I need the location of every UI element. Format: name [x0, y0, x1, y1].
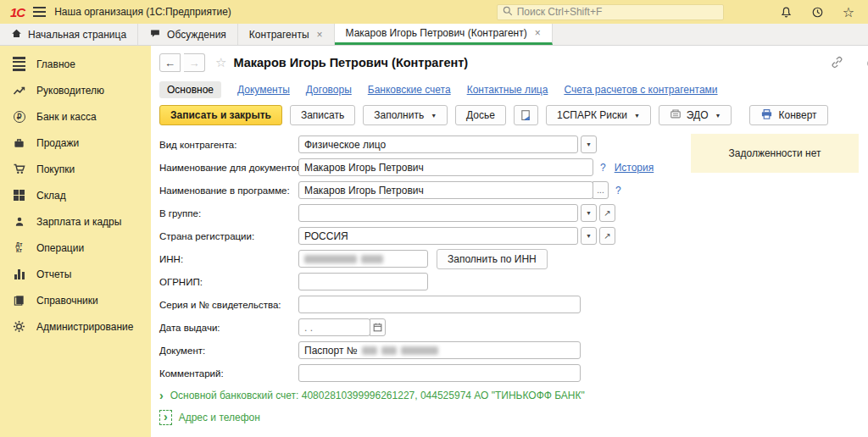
sidebar-item-warehouse[interactable]: Склад: [0, 182, 151, 208]
field-comment: Комментарий:: [159, 362, 868, 384]
section-address-phone[interactable]: › Адрес и телефон: [159, 407, 868, 429]
sidebar-item-label: Администрирование: [36, 321, 133, 333]
favorite-star-icon[interactable]: ☆: [215, 55, 226, 70]
tab-bar: Начальная страница Обсуждения Контрагент…: [0, 24, 868, 46]
issue-date-input[interactable]: . .: [298, 318, 370, 336]
save-button[interactable]: Записать: [290, 105, 355, 125]
close-icon[interactable]: ×: [317, 29, 323, 41]
spark-risks-button[interactable]: 1СПАРК Риски▼: [546, 105, 651, 125]
sidebar-item-sales[interactable]: Продажи: [0, 130, 151, 156]
help-icon[interactable]: ?: [600, 162, 606, 174]
sidebar-item-label: Продажи: [36, 137, 79, 149]
sidebar-item-administration[interactable]: Администрирование: [0, 313, 151, 340]
section-title: Адрес и телефон: [179, 412, 260, 423]
contractor-type-combobox[interactable]: Физическое лицо: [298, 136, 578, 153]
page-title: Макаров Игорь Петрович (Контрагент): [233, 56, 468, 69]
tab-home[interactable]: Начальная страница: [0, 24, 138, 45]
inn-input[interactable]: [298, 250, 428, 268]
forward-button[interactable]: →: [184, 53, 205, 72]
document-input[interactable]: Паспорт №: [298, 341, 581, 359]
section-collapsed-partial[interactable]: ›: [159, 429, 164, 437]
sidebar-item-label: Справочники: [36, 295, 98, 307]
group-combobox[interactable]: [298, 204, 578, 222]
favorites-star-icon[interactable]: ☆: [843, 4, 854, 20]
field-label: Серия и № свидетельства:: [159, 300, 298, 310]
section-title: Основной банковский счет: 40802810399996…: [170, 390, 585, 401]
history-link[interactable]: История: [615, 162, 654, 174]
dropdown-button[interactable]: ▼: [581, 227, 597, 245]
comment-input[interactable]: [298, 364, 581, 382]
copy-link-icon[interactable]: [831, 56, 843, 71]
certificate-input[interactable]: [298, 296, 581, 313]
open-button[interactable]: ↗: [599, 204, 615, 222]
fill-button[interactable]: Заполнить▼: [363, 105, 448, 125]
field-ogrnip: ОГРНИП:: [159, 270, 868, 293]
sidebar-item-bank-cash[interactable]: ₽ Банк и касса: [0, 103, 151, 130]
nav-link-settlement-accounts[interactable]: Счета расчетов с контрагентами: [564, 84, 717, 96]
save-and-close-button[interactable]: Записать и закрыть: [159, 105, 282, 125]
sidebar-item-main[interactable]: Главное: [0, 51, 151, 77]
global-search-input[interactable]: Поиск Ctrl+Shift+F: [497, 4, 724, 20]
back-button[interactable]: ←: [159, 53, 181, 72]
sidebar-item-label: Склад: [36, 190, 66, 202]
ellipsis-button[interactable]: ...: [593, 181, 609, 199]
sidebar: Главное Руководителю ₽ Банк и касса Прод…: [0, 46, 151, 437]
dropdown-button[interactable]: ▼: [581, 136, 597, 153]
tab-discussions[interactable]: Обсуждения: [138, 24, 238, 45]
history-icon[interactable]: [811, 6, 824, 19]
dossier-button[interactable]: Досье: [455, 105, 506, 125]
calendar-icon[interactable]: [370, 318, 386, 336]
1c-logo: 1С: [10, 5, 25, 19]
trend-chart-icon: [12, 83, 26, 97]
main-menu-icon[interactable]: [33, 7, 46, 17]
notifications-bell-icon[interactable]: [780, 6, 793, 19]
field-inn: ИНН: Заполнить по ИНН: [159, 247, 868, 270]
sidebar-item-purchases[interactable]: Покупки: [0, 156, 151, 182]
discussion-icon[interactable]: [861, 57, 868, 70]
tab-contractors-list[interactable]: Контрагенты ×: [238, 24, 335, 45]
field-label: ОГРНИП:: [159, 277, 298, 287]
cart-icon: [12, 162, 26, 176]
tab-label: Начальная страница: [28, 29, 126, 41]
dropdown-button[interactable]: ▼: [581, 204, 597, 222]
nav-link-main[interactable]: Основное: [159, 81, 221, 98]
open-button[interactable]: ↗: [599, 227, 615, 245]
redacted-value: [304, 255, 357, 263]
sidebar-item-reports[interactable]: Отчеты: [0, 261, 151, 287]
nav-link-bank-accounts[interactable]: Банковские счета: [368, 84, 451, 96]
sidebar-item-operations[interactable]: ДтКт Операции: [0, 235, 151, 261]
attached-files-button[interactable]: [514, 105, 538, 125]
sidebar-item-label: Покупки: [36, 163, 75, 175]
nav-link-contact-persons[interactable]: Контактные лица: [467, 84, 548, 96]
field-name-in-program: Наименование в программе: Макаров Игорь …: [159, 179, 868, 202]
name-in-program-input[interactable]: Макаров Игорь Петрович: [298, 181, 593, 199]
help-icon[interactable]: ?: [615, 185, 621, 196]
fill-by-inn-button[interactable]: Заполнить по ИНН: [437, 249, 548, 269]
field-label: Наименование в программе:: [159, 185, 298, 196]
chevron-right-icon: ›: [159, 390, 164, 401]
field-label: Страна регистрации:: [159, 231, 298, 241]
nav-link-contracts[interactable]: Договоры: [306, 84, 352, 96]
envelope-print-button[interactable]: Конверт: [749, 105, 827, 125]
top-bar: 1С Наша организация (1С:Предприятие) Пои…: [0, 0, 868, 24]
close-icon[interactable]: ×: [535, 27, 541, 39]
org-title: Наша организация (1С:Предприятие): [54, 6, 231, 18]
name-for-documents-input[interactable]: Макаров Игорь Петрович: [298, 158, 593, 176]
field-issue-date: Дата выдачи: . .: [159, 316, 868, 339]
country-combobox[interactable]: РОССИЯ: [298, 227, 578, 245]
menu-lines-icon: [12, 57, 26, 71]
edo-button[interactable]: ЭДО▼: [659, 105, 732, 125]
ruble-circle-icon: ₽: [12, 109, 26, 124]
field-certificate: Серия и № свидетельства:: [159, 293, 868, 316]
nav-link-documents[interactable]: Документы: [237, 84, 290, 96]
home-icon: [11, 28, 22, 41]
section-main-bank-account[interactable]: › Основной банковский счет: 408028103999…: [159, 384, 868, 407]
sidebar-item-salary-hr[interactable]: Зарплата и кадры: [0, 208, 151, 235]
sidebar-item-manager[interactable]: Руководителю: [0, 77, 151, 103]
ogrnip-input[interactable]: [298, 273, 428, 290]
sidebar-item-label: Отчеты: [36, 268, 71, 280]
sidebar-item-directories[interactable]: Справочники: [0, 287, 151, 313]
tab-contractor-card[interactable]: Макаров Игорь Петрович (Контрагент) ×: [335, 24, 553, 45]
redacted-value: [401, 346, 438, 355]
field-document: Документ: Паспорт №: [159, 339, 868, 362]
